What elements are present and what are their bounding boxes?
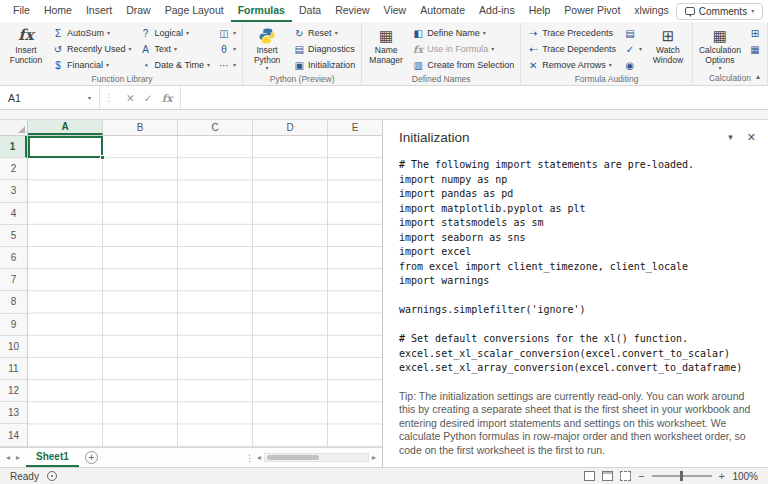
comments-button[interactable]: Comments ▾	[676, 3, 763, 20]
task-pane-title: Initialization	[399, 130, 470, 145]
name-box[interactable]: A1 ▾	[0, 86, 100, 109]
tab-home[interactable]: Home	[37, 0, 79, 22]
date-time-button[interactable]: ◔ Date & Time ▾	[137, 57, 214, 73]
lookup-reference-button[interactable]: ◫ ▾	[215, 25, 239, 41]
trace-dependents-button[interactable]: ⇠ Trace Dependents	[524, 41, 619, 57]
math-trig-button[interactable]: θ ▾	[215, 41, 239, 57]
evaluate-formula-icon: ◉	[624, 60, 636, 71]
row-header-10[interactable]: 10	[0, 336, 27, 358]
trace-precedents-button[interactable]: ⇢ Trace Precedents	[524, 25, 619, 41]
error-checking-button[interactable]: ✓ ▾	[621, 41, 645, 57]
collapse-ribbon-button[interactable]: ▴	[756, 72, 760, 81]
new-sheet-button[interactable]: +	[85, 451, 98, 464]
text-button[interactable]: A Text ▾	[137, 41, 214, 57]
chevron-down-icon: ▾	[718, 65, 721, 71]
column-header-d[interactable]: D	[253, 120, 328, 135]
row-header-6[interactable]: 6	[0, 247, 27, 269]
tab-data[interactable]: Data	[292, 0, 328, 22]
name-manager-icon: ▦	[379, 26, 393, 46]
row-header-3[interactable]: 3	[0, 180, 27, 202]
tab-file[interactable]: File	[6, 0, 37, 22]
column-header-e[interactable]: E	[328, 120, 382, 135]
reset-button[interactable]: ↻ Reset ▾	[290, 25, 358, 41]
accessibility-icon[interactable]	[47, 471, 57, 481]
tab-review[interactable]: Review	[328, 0, 376, 22]
define-name-button[interactable]: ◧ Define Name ▾	[409, 25, 517, 41]
calculation-options-button[interactable]: ▦ Calculation Options ▾	[696, 25, 744, 72]
tab-formulas[interactable]: Formulas	[231, 0, 292, 22]
name-manager-button[interactable]: ▦ Name Manager	[365, 25, 407, 66]
tab-insert[interactable]: Insert	[79, 0, 119, 22]
normal-view-button[interactable]	[584, 471, 595, 481]
pane-close-icon[interactable]: ✕	[747, 131, 756, 144]
selected-cell-a1[interactable]	[28, 136, 103, 158]
row-header-11[interactable]: 11	[0, 358, 27, 380]
column-header-c[interactable]: C	[178, 120, 253, 135]
zoom-slider-thumb[interactable]	[680, 471, 683, 481]
financial-button[interactable]: $ Financial ▾	[49, 57, 135, 73]
row-header-9[interactable]: 9	[0, 314, 27, 336]
sheet-nav-left-icon[interactable]: ◂	[6, 453, 10, 462]
tab-view[interactable]: View	[377, 0, 414, 22]
insert-python-button[interactable]: Insert Python ▾	[246, 25, 288, 72]
scroll-left-icon[interactable]: ◂	[257, 453, 261, 462]
pane-chevron-down-icon[interactable]: ▾	[728, 132, 733, 142]
watch-window-button[interactable]: ⊞ Watch Window	[647, 25, 689, 66]
show-formulas-button[interactable]: ▤	[621, 25, 645, 41]
tab-add-ins[interactable]: Add-ins	[472, 0, 522, 22]
column-header-b[interactable]: B	[103, 120, 178, 135]
formula-bar-splitter[interactable]: ⋮	[100, 86, 118, 109]
chevron-down-icon: ▾	[88, 95, 91, 101]
recently-used-button[interactable]: ↺ Recently Used ▾	[49, 41, 135, 57]
tab-xlwings[interactable]: xlwings	[627, 0, 675, 22]
scroll-right-icon[interactable]: ▸	[372, 453, 376, 462]
initialization-button[interactable]: ▣ Initialization	[290, 57, 358, 73]
remove-arrows-button[interactable]: ✕ Remove Arrows ▾	[524, 57, 619, 73]
create-from-selection-label: Create from Selection	[427, 60, 514, 70]
sheet-tab-sheet1[interactable]: Sheet1	[26, 448, 79, 467]
evaluate-formula-button[interactable]: ◉	[621, 57, 645, 73]
tab-help[interactable]: Help	[522, 0, 558, 22]
enter-icon[interactable]: ✓	[144, 92, 153, 104]
zoom-in-button[interactable]: +	[719, 470, 725, 482]
scrollbar-thumb[interactable]	[267, 455, 319, 460]
page-break-view-button[interactable]	[620, 471, 631, 481]
cell-grid[interactable]	[28, 136, 382, 447]
use-in-formula-button[interactable]: fx Use in Formula ▾	[409, 41, 517, 57]
create-from-selection-button[interactable]: ▥ Create from Selection	[409, 57, 517, 73]
tab-draw[interactable]: Draw	[119, 0, 158, 22]
tab-page-layout[interactable]: Page Layout	[158, 0, 231, 22]
column-header-a[interactable]: A	[28, 120, 103, 135]
row-header-12[interactable]: 12	[0, 380, 27, 402]
formula-input[interactable]	[181, 86, 768, 109]
row-header-2[interactable]: 2	[0, 158, 27, 180]
tab-power-pivot[interactable]: Power Pivot	[557, 0, 627, 22]
logical-button[interactable]: ? Logical ▾	[137, 25, 214, 41]
scrollbar-track[interactable]	[264, 453, 369, 462]
row-header-4[interactable]: 4	[0, 203, 27, 225]
insert-function-button[interactable]: fx Insert Function	[5, 25, 47, 66]
autosum-button[interactable]: Σ AutoSum ▾	[49, 25, 135, 41]
row-header-5[interactable]: 5	[0, 225, 27, 247]
select-all-button[interactable]	[0, 120, 28, 135]
splitter-dots-icon[interactable]: ⋮	[245, 453, 254, 463]
tab-automate[interactable]: Automate	[413, 0, 472, 22]
zoom-out-button[interactable]: −	[638, 470, 644, 482]
row-header-14[interactable]: 14	[0, 424, 27, 446]
row-header-7[interactable]: 7	[0, 269, 27, 291]
trace-precedents-icon: ⇢	[527, 28, 539, 39]
row-header-1[interactable]: 1	[0, 136, 27, 158]
cancel-icon[interactable]: ✕	[126, 92, 135, 104]
fill-handle[interactable]	[100, 155, 105, 160]
more-functions-button[interactable]: ⋯ ▾	[215, 57, 239, 73]
page-layout-view-button[interactable]	[602, 471, 613, 481]
insert-function-icon[interactable]: fx	[162, 92, 173, 104]
calculate-now-button[interactable]: ⊞	[746, 25, 764, 41]
zoom-level[interactable]: 100%	[732, 471, 758, 482]
diagnostics-button[interactable]: ▤ Diagnostics	[290, 41, 358, 57]
row-header-13[interactable]: 13	[0, 402, 27, 424]
sheet-nav-right-icon[interactable]: ▸	[16, 453, 20, 462]
calculate-sheet-button[interactable]: ▦	[746, 41, 764, 57]
zoom-slider[interactable]	[652, 475, 712, 477]
row-header-8[interactable]: 8	[0, 291, 27, 313]
